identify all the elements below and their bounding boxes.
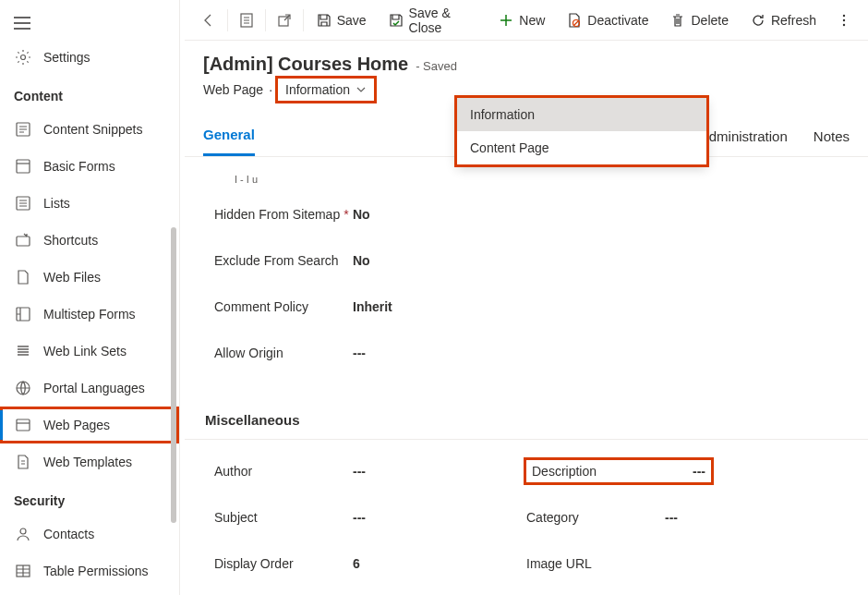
form-selector-menu: Information Content Page — [457, 98, 706, 164]
field-comment-policy[interactable]: Comment Policy Inherit — [214, 288, 838, 325]
form-selector[interactable]: Information — [278, 79, 374, 101]
tab-notes[interactable]: Notes — [814, 121, 850, 155]
button-label: Refresh — [771, 13, 816, 28]
section-miscellaneous: Miscellaneous — [185, 397, 868, 440]
save-close-button[interactable]: Save & Close — [378, 0, 488, 41]
sidebar-item-shortcuts[interactable]: Shortcuts — [0, 222, 179, 259]
field-subject[interactable]: Subject --- — [214, 499, 526, 536]
field-label: Image URL — [526, 556, 665, 571]
sidebar-item-settings[interactable]: Settings — [0, 39, 179, 76]
webpage-icon — [14, 416, 32, 434]
sidebar-label: Web Templates — [43, 455, 132, 469]
tab-general[interactable]: General — [203, 119, 255, 156]
linkset-icon — [14, 342, 32, 360]
sidebar-scrollbar[interactable] — [171, 227, 176, 523]
record-list-button[interactable] — [230, 0, 263, 41]
field-label: Display Order — [214, 556, 353, 571]
sidebar-label: Portal Languages — [43, 381, 145, 395]
svg-rect-4 — [17, 237, 30, 246]
file-icon — [14, 268, 32, 286]
save-status: - Saved — [416, 59, 457, 73]
field-value: 6 — [353, 556, 360, 571]
field-value: No — [353, 207, 370, 222]
overflow-button[interactable] — [827, 0, 861, 41]
sidebar-item-web-link-sets[interactable]: Web Link Sets — [0, 333, 179, 370]
tab-administration[interactable]: Administration — [700, 121, 788, 155]
chevron-down-icon — [356, 84, 367, 95]
required-indicator: * — [344, 207, 348, 222]
svg-point-8 — [20, 528, 26, 534]
list-icon — [14, 194, 32, 212]
template-icon — [14, 453, 32, 471]
entity-name: Web Page — [203, 82, 263, 97]
field-label: Allow Origin — [214, 346, 353, 360]
field-author[interactable]: Author --- — [214, 453, 526, 490]
more-vertical-icon — [837, 13, 851, 28]
table-perm-icon — [14, 562, 32, 580]
dropdown-item-content-page[interactable]: Content Page — [457, 131, 706, 164]
field-category[interactable]: Category --- — [526, 499, 838, 536]
field-label: Hidden From Sitemap* — [214, 207, 353, 222]
snippet-icon — [14, 120, 32, 139]
sidebar-section-security: Security — [0, 480, 179, 516]
refresh-button[interactable]: Refresh — [740, 0, 827, 41]
delete-button[interactable]: Delete — [659, 0, 739, 41]
sidebar-item-contacts[interactable]: Contacts — [0, 516, 179, 552]
divider — [303, 9, 304, 31]
sidebar-label: Basic Forms — [43, 159, 115, 174]
field-description[interactable]: Description --- — [526, 453, 838, 490]
separator: · — [269, 82, 272, 97]
hamburger-menu[interactable] — [0, 7, 179, 39]
sidebar-item-portal-languages[interactable]: Portal Languages — [0, 370, 179, 407]
field-label: Author — [214, 464, 353, 479]
sidebar-item-web-templates[interactable]: Web Templates — [0, 443, 179, 480]
sidebar-label: Lists — [43, 196, 70, 211]
sidebar-section-content: Content — [0, 76, 179, 111]
language-icon — [14, 379, 32, 397]
field-display-order[interactable]: Display Order 6 — [214, 545, 526, 582]
sidebar-item-web-pages[interactable]: Web Pages — [0, 407, 179, 443]
popout-icon — [277, 13, 292, 28]
form-selector-label: Information — [285, 82, 350, 97]
field-allow-origin[interactable]: Allow Origin --- — [214, 334, 838, 371]
field-value: No — [353, 253, 370, 268]
svg-point-15 — [843, 18, 845, 20]
sidebar-label: Web Pages — [43, 418, 110, 432]
dropdown-item-information[interactable]: Information — [457, 98, 706, 131]
sidebar-label: Multistep Forms — [43, 307, 136, 322]
sidebar-item-table-permissions[interactable]: Table Permissions — [0, 552, 179, 589]
multistep-icon — [14, 305, 32, 323]
sidebar-item-column-permissions[interactable]: Column Permissio... — [0, 589, 179, 595]
sidebar-item-content-snippets[interactable]: Content Snippets — [0, 111, 179, 148]
field-value: --- — [353, 464, 366, 479]
popout-button[interactable] — [268, 0, 301, 41]
sidebar-label: Web Files — [43, 270, 101, 285]
svg-point-16 — [843, 23, 845, 25]
svg-rect-2 — [17, 160, 30, 173]
field-label: Description — [532, 464, 597, 479]
sidebar-item-basic-forms[interactable]: Basic Forms — [0, 148, 179, 185]
refresh-icon — [751, 13, 766, 28]
field-value: --- — [353, 346, 366, 360]
new-button[interactable]: New — [488, 0, 556, 41]
field-label: Comment Policy — [214, 299, 353, 314]
sidebar-item-web-files[interactable]: Web Files — [0, 259, 179, 296]
plus-icon — [499, 13, 513, 28]
sidebar-item-multistep-forms[interactable]: Multistep Forms — [0, 296, 179, 333]
gear-icon — [14, 48, 32, 67]
back-button[interactable] — [192, 0, 225, 41]
divider — [265, 9, 266, 31]
field-image-url[interactable]: Image URL — [526, 545, 838, 582]
sidebar-label: Web Link Sets — [43, 344, 127, 358]
record-header: [Admin] Courses Home - Saved Web Page · … — [185, 41, 868, 104]
sidebar-item-lists[interactable]: Lists — [0, 185, 179, 222]
field-exclude-search[interactable]: Exclude From Search No — [214, 242, 838, 279]
field-label: Subject — [214, 510, 353, 525]
deactivate-button[interactable]: Deactivate — [556, 0, 659, 41]
save-close-icon — [389, 13, 404, 28]
record-title: [Admin] Courses Home — [203, 54, 408, 75]
save-button[interactable]: Save — [306, 0, 378, 41]
sidebar-label: Table Permissions — [43, 564, 149, 578]
hamburger-icon — [14, 17, 30, 30]
field-hidden-sitemap[interactable]: Hidden From Sitemap* No — [214, 196, 838, 233]
